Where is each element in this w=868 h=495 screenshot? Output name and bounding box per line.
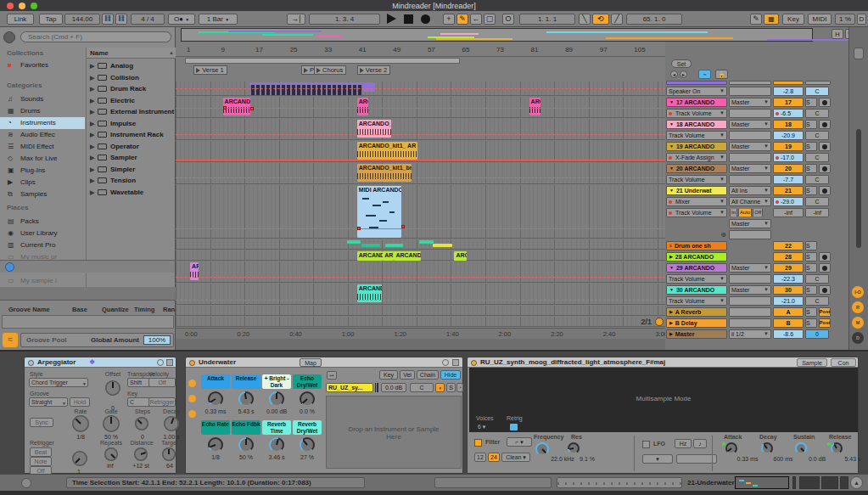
globe-icon[interactable] — [5, 262, 14, 272]
metronome-button[interactable]: O● ▼ — [168, 14, 195, 25]
automation-device-selector[interactable]: Track Volume▼ — [666, 131, 727, 140]
play-button[interactable] — [387, 14, 396, 24]
unfold-track-icon[interactable]: ▶ — [669, 253, 673, 261]
solo-button[interactable]: S — [805, 252, 817, 262]
offset-knob[interactable] — [105, 380, 120, 396]
routing-selector[interactable]: Master▼ — [729, 142, 771, 151]
unfold-track-icon[interactable]: ▶ — [669, 319, 673, 327]
clip[interactable]: MIDI ARCANDO — [357, 186, 401, 238]
show-devices-icon[interactable] — [188, 410, 196, 418]
filter-24db-button[interactable]: 24 — [488, 453, 500, 462]
rate-knob[interactable] — [72, 415, 89, 432]
routing-selector[interactable]: Master▼ — [729, 285, 771, 295]
automation-param-box[interactable] — [729, 175, 771, 184]
expand-triangle-icon[interactable]: ▶ — [90, 141, 94, 152]
sidebar-item-max-for-live[interactable]: ◇Max for Live — [0, 153, 85, 165]
hotswap-icon[interactable] — [442, 359, 449, 366]
gate-knob[interactable] — [103, 415, 120, 432]
automation-param-box[interactable] — [729, 296, 771, 306]
browser-item[interactable]: ▶Instrument Rack — [87, 129, 176, 140]
expand-triangle-icon[interactable]: ▶ — [90, 83, 94, 94]
back-to-arrangement-button[interactable]: ← — [470, 14, 482, 25]
punch-position-field[interactable]: 1. 1. 1 — [519, 14, 575, 25]
sidebar-item-midi-effect[interactable]: ☰MIDI Effect — [0, 141, 85, 153]
nudge-down-button[interactable]: ‖‖ — [102, 14, 114, 25]
automation-device-selector[interactable]: Track Volume▼ — [666, 296, 727, 306]
browser-item[interactable]: ▶Analog — [87, 60, 176, 71]
tap-tempo-button[interactable]: Tap — [39, 14, 63, 25]
arm-button[interactable] — [819, 252, 831, 262]
key-map-button[interactable]: Key — [782, 14, 804, 25]
time-ruler[interactable]: 0:000:200:401:001:201:402:002:202:403:00 — [176, 328, 665, 339]
midi-map-button[interactable]: MIDI — [808, 14, 832, 25]
track-title[interactable]: ▶B Delay — [666, 318, 727, 328]
solo-button[interactable]: S — [805, 142, 817, 151]
filter-circuit-selector[interactable]: Clean ▾ — [501, 453, 530, 462]
monitor-in[interactable]: In — [730, 208, 737, 217]
decay-knob[interactable] — [761, 442, 773, 454]
save-preset-icon[interactable] — [452, 359, 459, 366]
chain-hotswap-icon[interactable]: ◔ — [456, 383, 463, 392]
solo-button[interactable]: S — [805, 263, 817, 273]
frequency-knob[interactable] — [535, 442, 549, 456]
show-r-toggle[interactable]: R — [852, 301, 864, 313]
device-activator-icon[interactable] — [471, 360, 477, 366]
automation-param-box[interactable] — [729, 274, 771, 284]
expand-triangle-icon[interactable]: ▶ — [90, 118, 94, 129]
clip[interactable]: ARC — [529, 98, 540, 115]
show-d-toggle[interactable]: D — [852, 332, 864, 344]
arrangement-overview[interactable] — [181, 28, 813, 42]
solo-button[interactable]: S — [805, 98, 817, 107]
clip[interactable]: AR — [383, 251, 394, 261]
track-lane-ra[interactable] — [176, 306, 665, 316]
automation-param-box[interactable] — [729, 109, 771, 118]
macro-map-button[interactable]: Map — [300, 358, 322, 367]
groove-list[interactable] — [2, 315, 174, 329]
arm-button[interactable] — [819, 263, 831, 273]
routing-sub-selector[interactable]: Master▼ — [729, 219, 771, 228]
clip[interactable]: ARCANDO_kit1_br — [357, 164, 412, 182]
groove-col-timing[interactable]: Timing — [134, 306, 154, 313]
track-title[interactable]: ▼20 ARCANDO — [666, 164, 727, 173]
punch-out-button[interactable]: ╱ — [611, 14, 623, 25]
drop-area[interactable]: Drop an Instrument or Sample Here — [326, 396, 462, 469]
track-lane-t30[interactable] — [176, 284, 665, 305]
pan-field[interactable]: C — [805, 153, 829, 162]
track-lane-t20[interactable] — [176, 163, 665, 184]
automation-breakpoint[interactable] — [357, 227, 361, 230]
solo-button[interactable]: S — [805, 241, 817, 250]
clip[interactable]: ARCANDO — [394, 251, 420, 261]
pan-field[interactable]: C — [805, 175, 829, 184]
routing-selector[interactable] — [729, 81, 771, 85]
arrangement-view[interactable]: 191725334149576573818997105 Verse 1Pr...… — [176, 27, 665, 350]
track-title[interactable]: ▼21 Underwat — [666, 186, 727, 195]
routing-box[interactable] — [729, 307, 771, 317]
draw-mode-button[interactable]: ✎ — [456, 14, 468, 25]
solo-button[interactable]: S — [805, 318, 817, 328]
rack-titlebar[interactable]: Underwater Map — [186, 357, 462, 368]
loop-length-field[interactable]: 65. 1. 0 — [626, 14, 682, 25]
sidebar-place-packs[interactable]: ▤Packs — [0, 216, 85, 228]
chain-name[interactable]: RU_UZ_sy... — [326, 383, 373, 392]
lfo-shape-selector[interactable]: ▾ — [642, 454, 673, 464]
pan-field[interactable]: C — [805, 197, 829, 206]
chain-zones-button[interactable]: Chain — [417, 370, 439, 380]
vertical-scrollbar[interactable] — [856, 129, 861, 248]
track-title[interactable]: ▼29 ARCANDO — [666, 263, 727, 273]
post-toggle[interactable]: Post — [819, 318, 831, 328]
automation-device-selector[interactable]: X-Fade Assign▼ — [666, 153, 727, 162]
show-i-o-toggle[interactable]: I-O — [852, 286, 864, 298]
macro-knob-8[interactable] — [300, 437, 315, 453]
automation-device-selector[interactable]: Mixer▼ — [666, 197, 727, 206]
sidebar-item-samples[interactable]: ⧉Samples — [0, 188, 85, 200]
unfold-track-icon[interactable]: ▼ — [669, 143, 674, 150]
voices-field[interactable]: 6 ▾ — [478, 424, 485, 430]
repeats-knob[interactable] — [104, 447, 118, 461]
loop-brace[interactable] — [185, 58, 460, 64]
lfo-sync-button[interactable]: ♪ — [693, 439, 707, 448]
expand-triangle-icon[interactable]: ▶ — [90, 95, 94, 106]
hide-zones-button[interactable]: Hide — [440, 370, 461, 380]
routing-selector[interactable]: Master▼ — [729, 120, 771, 129]
attack-knob[interactable] — [725, 442, 737, 454]
computer-midi-keyboard-icon[interactable]: ▦ — [764, 14, 779, 25]
